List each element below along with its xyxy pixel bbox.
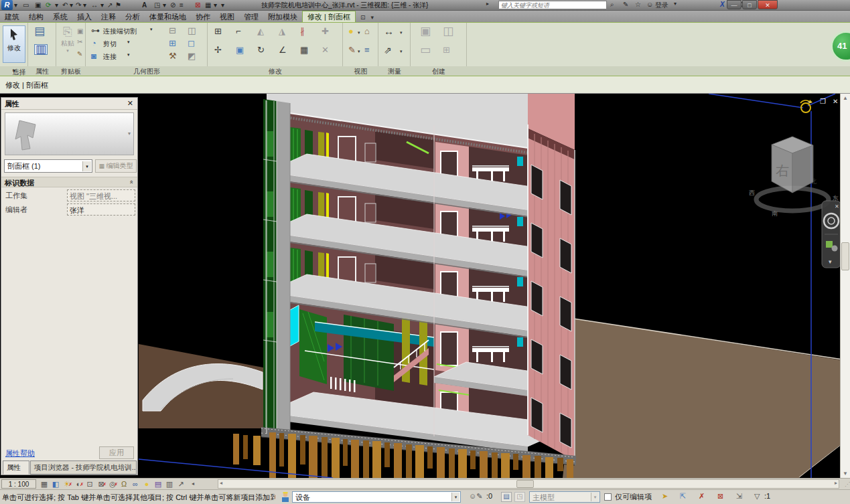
preview-arrow-icon[interactable]: ▾ [128, 131, 131, 137]
compass-south[interactable]: 南 [772, 210, 778, 217]
panel-label-create[interactable]: 创建 [411, 67, 467, 76]
panel-label-geometry[interactable]: 几何图形 [86, 67, 208, 76]
3d-arrow-icon[interactable]: ▾ [163, 1, 166, 10]
align-icon[interactable]: ⊞ [214, 27, 222, 36]
tab-modify-section-box[interactable]: 修改 | 剖面框 [302, 11, 356, 22]
panel-label-measure[interactable]: 测量 [378, 67, 411, 76]
tab-addins[interactable]: 附加模块 [263, 11, 302, 23]
close-button[interactable]: ✕ [758, 0, 778, 9]
worksharing-display-icon[interactable]: ▥ [164, 479, 175, 489]
press-drag-icon[interactable]: ➤ [662, 492, 668, 501]
worker-icon[interactable] [281, 491, 290, 503]
rotate-icon[interactable]: ↻ [257, 46, 265, 55]
properties-icon[interactable]: ▤ [34, 27, 45, 36]
panel-label-properties[interactable]: 属性 [28, 67, 56, 76]
search-input[interactable] [498, 1, 607, 9]
redo-arrow-icon[interactable]: ▾ [83, 1, 86, 10]
filter-icon[interactable]: ▽ [754, 492, 760, 501]
cut-arrow-icon[interactable]: ▾ [127, 39, 130, 45]
far-clip-icon[interactable]: ◎✗ [107, 479, 118, 489]
panel-label-clipboard[interactable]: 剪贴板 [56, 67, 86, 76]
cope-icon[interactable]: ⊶ [91, 26, 100, 35]
paint-brush-icon[interactable]: ✎ [348, 46, 356, 55]
reset-selection-icon[interactable]: ⊠ [717, 492, 723, 501]
editing-requests-icon[interactable]: ☺✎ [469, 492, 482, 501]
thin-lines-icon[interactable]: ≡ [180, 1, 184, 10]
split-face-icon[interactable]: ◩ [188, 52, 196, 61]
zoom-icon[interactable] [826, 241, 833, 248]
cut-geometry-label[interactable]: 剪切 [103, 39, 117, 49]
mirror-draw-axis-icon[interactable]: ◮ [279, 27, 285, 36]
wall-joins-icon[interactable]: ◫ [188, 26, 196, 35]
unjoin-icon[interactable]: ◻ [188, 39, 195, 48]
signin-person-icon[interactable]: ☺ [646, 1, 653, 8]
search-icon[interactable]: ⌕ [610, 1, 614, 9]
shadows-icon[interactable]: ◐✗ [73, 479, 84, 489]
tab-view[interactable]: 视图 [215, 11, 239, 23]
panel-label-view[interactable]: 视图 [343, 67, 378, 76]
switch-windows-icon[interactable]: ▦ [205, 1, 211, 10]
sync-arrow-icon[interactable]: ▾ [55, 1, 58, 10]
tab-architecture[interactable]: 建筑 [0, 11, 24, 23]
tag-icon[interactable]: ⚑ [115, 1, 121, 10]
measure-arrow2-icon[interactable]: ▾ [400, 28, 403, 37]
viewcube-face-label[interactable]: 右 [776, 163, 789, 178]
copy-icon[interactable]: ▣ [77, 27, 83, 36]
tab-collaborate[interactable]: 协作 [191, 11, 215, 23]
undo-arrow-icon[interactable]: ▾ [70, 1, 73, 10]
compass-west[interactable]: 西 [749, 189, 755, 196]
cut-geometry-icon[interactable]: ◔ [91, 39, 96, 48]
tab-annotate[interactable]: 注释 [96, 11, 121, 23]
worksets-icon[interactable]: ▤ [501, 492, 512, 502]
properties-header[interactable]: 属性✕ [1, 98, 137, 110]
property-value[interactable]: 张洋 [67, 203, 135, 216]
measure-ruler-icon[interactable]: ↔ [384, 27, 394, 36]
filter-count[interactable]: :1 [764, 492, 770, 500]
crop-view-icon[interactable]: ⊡ [84, 479, 95, 489]
array-icon[interactable]: ▦ [300, 46, 308, 55]
inactive-graphics-icon[interactable]: ◳ [514, 492, 525, 502]
scale-button[interactable]: 1 : 100 [1, 479, 36, 489]
sync-icon[interactable]: ⟳ [46, 1, 51, 10]
aligned-dimension-icon[interactable]: ↗ [107, 1, 113, 10]
drag-element-icon[interactable]: ⇲ [736, 492, 742, 501]
active-workset-dropdown[interactable]: 设备▾ [292, 491, 461, 503]
tab-project-browser[interactable]: 项目浏览器 - 技师学院机电培训... [30, 460, 137, 475]
create-group-icon[interactable]: ◫ [443, 27, 453, 36]
deselect-icon[interactable]: ⇱ [680, 492, 686, 501]
app-menu-arrow-icon[interactable]: ▾ [14, 1, 17, 10]
viewbar-expand-icon[interactable]: ◂ [188, 479, 198, 489]
tab-massing-site[interactable]: 体量和场地 [145, 11, 191, 23]
undo-icon[interactable]: ↶ [62, 1, 68, 10]
cut-icon[interactable]: ✂ [77, 37, 82, 47]
property-value[interactable]: 视图 "三维视... [67, 189, 135, 201]
type-properties-icon[interactable]: ▥ [34, 44, 48, 55]
editing-requests-count[interactable]: :0 [486, 492, 492, 500]
scroll-left-icon[interactable]: ◂ [220, 480, 222, 486]
panel-label-select[interactable]: 选择 ▾ [0, 67, 28, 74]
ribbon-options-icon[interactable]: ⊡ [358, 14, 368, 21]
offset-icon[interactable]: ⌐ [236, 27, 241, 36]
scroll-down-icon[interactable]: ▼ [841, 469, 849, 478]
join-geometry-icon[interactable]: ◙ [91, 52, 96, 61]
measure-arrow-icon[interactable]: ▾ [100, 1, 104, 10]
create-similar-icon[interactable]: ▭ [420, 46, 431, 55]
apply-button[interactable]: 应用 [99, 446, 134, 459]
edit-type-button[interactable]: ▦ 编辑类型 [95, 159, 137, 173]
text-icon[interactable]: A [142, 1, 147, 10]
join-geometry-label[interactable]: 连接 [103, 52, 117, 62]
view-window-close-icon[interactable]: ✕ [833, 98, 838, 105]
join-arrow-icon[interactable]: ▾ [127, 52, 130, 58]
open-icon[interactable]: ▭ [23, 1, 29, 10]
measure-icon[interactable]: ↔ [91, 1, 98, 10]
visibility-bulb-icon[interactable]: ● [348, 27, 354, 36]
tab-properties[interactable]: 属性 [3, 460, 29, 475]
vertical-scrollbar[interactable]: ▲ ▼ [840, 94, 850, 478]
horizontal-scrollbar[interactable]: ◂ ▸ [218, 479, 839, 489]
navbar-expand-icon[interactable]: ▾ [829, 258, 832, 265]
exchange-apps-icon[interactable]: X [720, 1, 725, 8]
maximize-button[interactable]: □ [742, 0, 757, 9]
create-assembly-icon[interactable]: ⊞ [443, 46, 450, 55]
cope-arrow-icon[interactable]: ▾ [150, 27, 153, 32]
identity-data-section[interactable]: 标识数据» [1, 177, 137, 187]
